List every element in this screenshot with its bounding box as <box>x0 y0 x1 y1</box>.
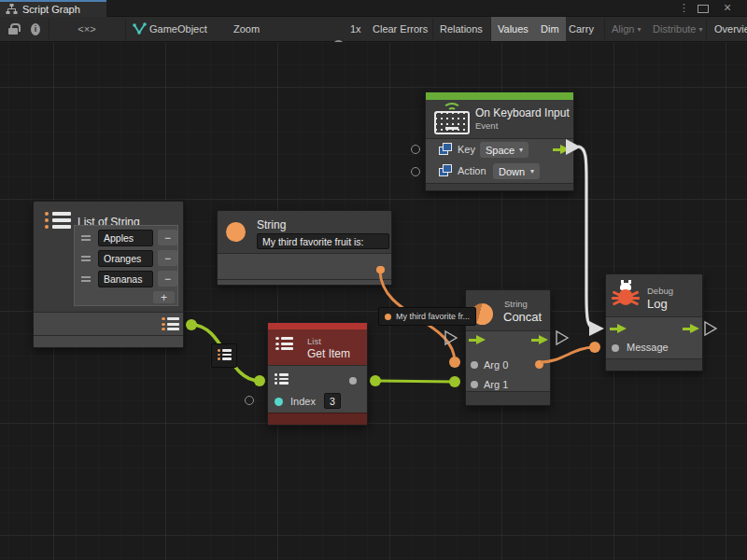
node-footer <box>34 335 183 347</box>
gameobject-label[interactable]: GameObject <box>149 17 207 41</box>
action-input-port-ring[interactable] <box>411 167 420 176</box>
list-output-port-icon[interactable] <box>162 317 180 333</box>
values-button[interactable]: Values <box>491 17 535 41</box>
node-title: Get Item <box>307 347 350 360</box>
info-button[interactable]: i <box>24 17 47 41</box>
key-input-port-ring[interactable] <box>411 145 420 154</box>
arg0-port-label: Arg 0 <box>484 359 508 371</box>
distribute-button[interactable]: Distribute ▾ <box>646 17 710 41</box>
node-category: List <box>307 336 321 346</box>
remove-item-button[interactable]: − <box>158 250 177 266</box>
trigger-output-arrow[interactable] <box>683 324 700 334</box>
graph-icon <box>6 4 18 15</box>
index-input-port[interactable] <box>275 398 283 406</box>
relations-button[interactable]: Relations <box>433 17 489 41</box>
trigger-input-arrow[interactable] <box>610 324 627 334</box>
node-category: Debug <box>647 286 673 296</box>
window-menu-icon[interactable]: ⋮ <box>679 2 689 14</box>
arg1-input-port[interactable] <box>471 381 478 388</box>
zoom-label: Zoom <box>233 17 260 41</box>
tab-script-graph[interactable]: Script Graph <box>0 0 106 17</box>
remove-item-button[interactable]: − <box>158 230 177 245</box>
lock-button[interactable] <box>2 17 22 41</box>
node-footer <box>466 391 550 405</box>
string-icon <box>226 222 246 242</box>
toolbar-separator <box>706 19 707 39</box>
list-icon <box>45 212 71 231</box>
trigger-output-arrow[interactable] <box>553 145 571 155</box>
event-accent-strip <box>426 92 573 100</box>
node-debug-log[interactable]: Debug Log Message <box>605 273 703 371</box>
message-input-port[interactable] <box>612 344 619 352</box>
list-value-icon <box>218 349 232 362</box>
arg1-port-label: Arg 1 <box>484 379 508 390</box>
input-binding-icon <box>439 143 452 155</box>
index-input-port-ring[interactable] <box>245 396 254 405</box>
wire-value-preview: My third favorite fr... <box>378 307 476 326</box>
maximize-icon[interactable] <box>698 5 709 13</box>
graph-canvas[interactable]: On Keyboard Input Event Key Space▾ Actio… <box>0 42 747 560</box>
align-button[interactable]: Align ▾ <box>605 17 648 41</box>
drag-handle-icon[interactable] <box>81 276 91 282</box>
trigger-input-arrow[interactable] <box>469 335 486 345</box>
node-category: String <box>504 299 528 309</box>
list-item-field[interactable]: Oranges <box>98 250 153 267</box>
node-title: Concat <box>503 310 542 324</box>
code-view-button[interactable]: <×> <box>49 17 125 41</box>
string-output-port[interactable] <box>377 266 385 273</box>
node-body <box>218 253 391 279</box>
zoom-value: 1x <box>350 17 361 41</box>
node-footer <box>606 358 702 371</box>
action-dropdown[interactable]: Down▾ <box>493 163 540 179</box>
key-dropdown[interactable]: Space▾ <box>480 142 529 158</box>
list-input-port-icon[interactable] <box>275 373 289 386</box>
list-item-row: Oranges − <box>78 249 175 268</box>
trigger-output-arrow[interactable] <box>531 335 549 345</box>
node-title: Log <box>647 297 668 311</box>
add-item-button[interactable]: + <box>153 291 175 303</box>
node-body <box>268 365 367 414</box>
overview-button[interactable]: Overview <box>708 17 747 41</box>
tab-label: Script Graph <box>22 4 80 15</box>
drag-handle-icon[interactable] <box>81 235 91 241</box>
error-footer <box>268 413 367 425</box>
message-port-label: Message <box>627 342 669 353</box>
clear-errors-button[interactable]: Clear Errors <box>366 17 434 41</box>
close-icon[interactable]: × <box>724 0 731 15</box>
list-item-field[interactable]: Bananas <box>98 271 153 287</box>
index-value-field[interactable]: 3 <box>324 393 341 409</box>
node-category: Event <box>475 120 498 131</box>
node-footer <box>426 183 573 190</box>
node-list-of-string[interactable]: List of String Apples − Oranges − Banana… <box>33 201 184 348</box>
caret-down-icon: ▾ <box>519 146 523 154</box>
list-item-field[interactable]: Apples <box>98 230 153 246</box>
title-bar: Script Graph ⋮ × <box>0 0 747 17</box>
caret-down-icon: ▾ <box>530 167 534 175</box>
string-value-field[interactable]: My third favorite fruit is: <box>257 233 389 249</box>
node-get-item[interactable]: List Get Item Index 3 <box>267 322 368 426</box>
index-port-label: Index <box>290 396 316 407</box>
node-string-literal[interactable]: String My third favorite fruit is: <box>217 210 392 286</box>
node-concat[interactable]: String Concat Arg 0 Arg 1 <box>465 289 551 406</box>
string-value-icon <box>385 314 391 320</box>
lock-icon <box>8 23 16 35</box>
key-port-label: Key <box>458 144 475 155</box>
gameobject-icon <box>132 17 147 41</box>
carry-button[interactable]: Carry <box>562 17 600 41</box>
caret-down-icon: ▾ <box>699 25 703 34</box>
list-icon <box>275 337 296 353</box>
dim-button[interactable]: Dim <box>534 17 566 41</box>
node-footer <box>218 279 391 285</box>
arg0-input-port[interactable] <box>471 361 478 369</box>
graph-toolbar: i <×> GameObject Zoom 1x Clear Errors Re… <box>0 17 747 42</box>
info-icon: i <box>31 23 40 35</box>
input-binding-icon <box>439 164 452 176</box>
result-output-port[interactable] <box>535 360 543 369</box>
node-title: String <box>257 218 286 231</box>
node-on-keyboard-input[interactable]: On Keyboard Input Event Key Space▾ Actio… <box>425 91 574 191</box>
item-output-port[interactable] <box>349 377 357 385</box>
caret-down-icon: ▾ <box>638 25 641 34</box>
keyboard-icon <box>434 111 470 134</box>
remove-item-button[interactable]: − <box>158 271 177 287</box>
drag-handle-icon[interactable] <box>81 256 91 261</box>
